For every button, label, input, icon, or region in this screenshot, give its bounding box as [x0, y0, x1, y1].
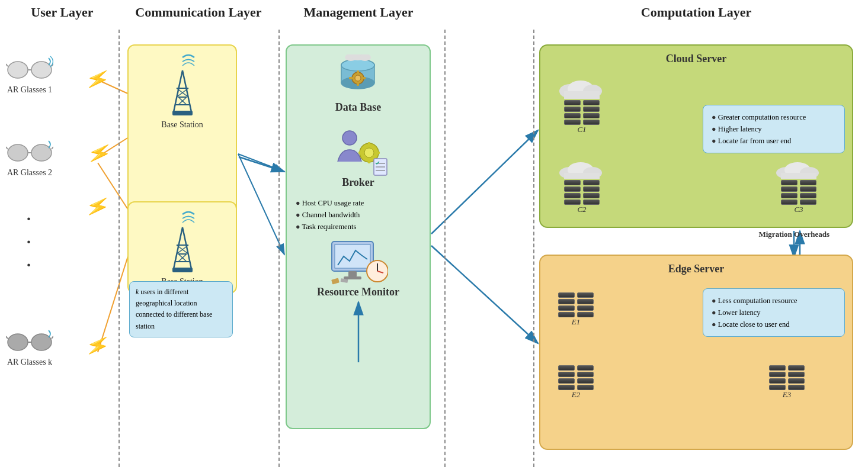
ar-glasses-1: AR Glasses 1	[6, 53, 53, 95]
svg-marker-28	[174, 70, 191, 112]
svg-rect-64	[358, 152, 363, 154]
svg-rect-58	[362, 77, 366, 79]
edge-node-e1: E1	[572, 317, 580, 327]
svg-line-9	[431, 246, 538, 343]
mgmt-layer-title: Management Layer	[278, 5, 438, 20]
edge-info-box: Less computation resource Lower latency …	[703, 288, 845, 337]
dots-indicator: ···	[27, 207, 31, 277]
svg-point-19	[31, 144, 52, 161]
svg-rect-62	[368, 142, 370, 146]
migration-label: Migration Overheads	[758, 230, 829, 239]
svg-rect-73	[344, 276, 361, 279]
cloud-bullet-1: Greater computation resource	[712, 111, 836, 123]
svg-rect-55	[357, 70, 359, 74]
divider-comp-left	[533, 30, 534, 467]
svg-rect-45	[172, 268, 193, 272]
base-station-1: Base Station	[129, 46, 236, 130]
ar-glasses-1-label: AR Glasses 1	[7, 85, 52, 95]
broker-bullet-2: Channel bandwidth	[296, 209, 421, 221]
divider-comm-mgmt	[278, 30, 280, 467]
cloud-bullet-3: Locate far from user end	[712, 135, 836, 147]
k-note-box: k users in different geographical locati…	[129, 281, 233, 337]
svg-rect-82	[564, 91, 600, 99]
cloud-node-c1: C1	[577, 125, 586, 134]
base-station-1-label: Base Station	[161, 120, 203, 130]
svg-line-8	[431, 130, 538, 234]
edge-bullet-3: Locate close to user end	[712, 318, 836, 330]
svg-rect-65	[376, 152, 380, 154]
svg-point-59	[342, 131, 357, 145]
edge-server-box: Edge Server E1	[539, 255, 853, 450]
svg-line-21	[6, 147, 8, 149]
cloud-server-box: Cloud Server C1	[539, 44, 853, 228]
ar-glasses-2-label: AR Glasses 2	[7, 168, 52, 178]
edge-node-e3: E3	[783, 390, 791, 400]
svg-line-26	[6, 336, 8, 339]
svg-point-18	[8, 144, 28, 161]
svg-point-23	[8, 334, 28, 350]
svg-line-92	[239, 157, 284, 172]
database-label: Data Base	[335, 101, 382, 114]
svg-rect-36	[172, 111, 193, 115]
cloud-server-title: Cloud Server	[540, 46, 852, 65]
svg-point-61	[364, 148, 374, 157]
svg-rect-56	[357, 82, 359, 86]
edge-bullet-1: Less computation resource	[712, 295, 836, 307]
lightning-1: ⚡	[84, 65, 112, 93]
svg-rect-63	[368, 159, 370, 163]
svg-line-16	[6, 64, 8, 66]
svg-line-6	[238, 154, 284, 255]
divider-mgmt-comp	[444, 30, 446, 467]
svg-point-49	[341, 59, 374, 71]
base-station-2-box: Base Station	[127, 201, 237, 294]
cloud-info-box: Greater computation resource Higher late…	[703, 105, 845, 153]
svg-line-7	[238, 154, 284, 172]
comp-layer-title: Computation Layer	[533, 5, 859, 20]
management-box: Data Base Broker Host CPU usage rate	[286, 44, 431, 429]
ar-glasses-k: AR Glasses k	[6, 326, 53, 367]
lightning-3: ⚡	[84, 192, 112, 220]
svg-point-54	[355, 75, 361, 81]
svg-rect-72	[348, 271, 357, 277]
cloud-node-c2: C2	[577, 205, 586, 214]
user-layer-title: User Layer	[6, 5, 118, 20]
svg-point-13	[8, 62, 28, 78]
cloud-node-c3: C3	[794, 205, 803, 214]
svg-rect-57	[349, 77, 353, 79]
ar-glasses-k-label: AR Glasses k	[7, 358, 52, 367]
svg-point-24	[31, 334, 52, 350]
svg-rect-86	[564, 173, 600, 179]
monitor-label: Resource Monitor	[317, 286, 399, 298]
comm-layer-title: Communication Layer	[118, 5, 278, 20]
broker-bullets: Host CPU usage rate Channel bandwidth Ta…	[296, 197, 421, 233]
broker-bullet-1: Host CPU usage rate	[296, 197, 421, 209]
svg-line-22	[52, 147, 53, 149]
k-note-text: k users in different geographical locati…	[136, 288, 212, 330]
svg-rect-90	[781, 173, 816, 179]
svg-point-14	[31, 62, 52, 78]
broker-bullet-3: Task requirements	[296, 221, 421, 233]
svg-marker-37	[174, 227, 191, 269]
edge-node-e2: E2	[572, 390, 580, 400]
edge-bullet-2: Lower latency	[712, 307, 836, 318]
svg-line-27	[52, 336, 53, 339]
cloud-bullet-2: Higher latency	[712, 123, 836, 135]
broker-label: Broker	[342, 176, 374, 189]
edge-server-title: Edge Server	[540, 256, 852, 275]
ar-glasses-2: AR Glasses 2	[6, 136, 53, 178]
svg-rect-77	[331, 278, 339, 285]
divider-user-comm	[118, 30, 120, 467]
lightning-2: ⚡	[85, 139, 114, 167]
lightning-4: ⚡	[84, 332, 112, 359]
